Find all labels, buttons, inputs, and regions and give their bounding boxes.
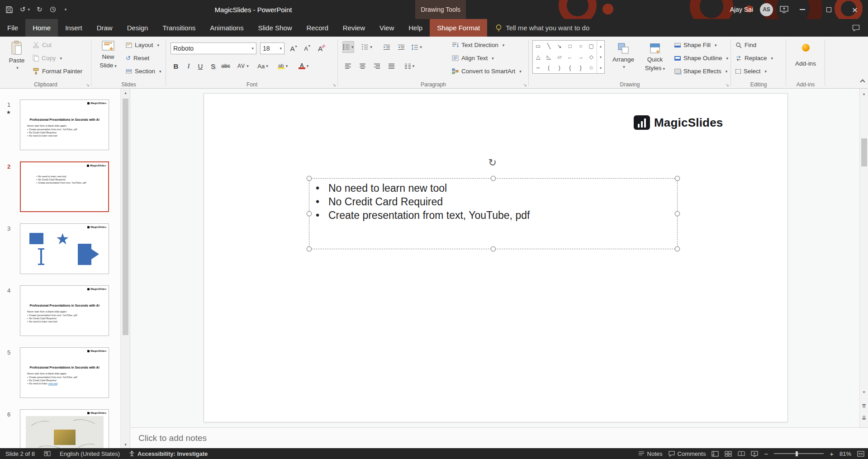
resize-handle-left[interactable]: [307, 211, 312, 216]
tell-me-box[interactable]: Tell me what you want to do: [495, 24, 589, 32]
layout-button[interactable]: Layout▾: [126, 39, 159, 51]
zoom-in-button[interactable]: +: [830, 450, 834, 458]
minimize-button[interactable]: [789, 0, 816, 19]
slide-thumbnail-2[interactable]: MagicSlides •No need to learn new tool •…: [20, 161, 109, 212]
resize-handle-bottom-center[interactable]: [491, 246, 496, 251]
canvas-scrollbar[interactable]: ▴ ▾ ⇈ ⇊: [859, 89, 868, 427]
tab-design[interactable]: Design: [120, 19, 156, 37]
bullets-button[interactable]: ▾: [342, 41, 354, 53]
quick-styles-button[interactable]: Quick Styles▾: [640, 42, 670, 72]
underline-button[interactable]: U: [195, 60, 206, 72]
increase-font-size-button[interactable]: A▴: [288, 43, 299, 54]
undo-button[interactable]: ↺▾: [20, 5, 30, 14]
shape-arrow-right-icon[interactable]: →: [575, 52, 586, 62]
shape-rectangle-icon[interactable]: □: [565, 41, 576, 52]
accessibility-status[interactable]: Accessibility: Investigate: [129, 450, 208, 457]
avatar[interactable]: AS: [760, 3, 773, 16]
shape-oval-icon[interactable]: ○: [575, 41, 586, 52]
scroll-down-arrow[interactable]: ▾: [860, 388, 868, 396]
previous-slide-button[interactable]: ⇈: [860, 402, 868, 411]
resize-handle-bottom-right[interactable]: [675, 246, 680, 251]
shape-right-triangle-icon[interactable]: ◺: [544, 52, 555, 62]
scroll-up-arrow[interactable]: ▴: [121, 89, 130, 96]
slide-thumbnail-5[interactable]: MagicSlides Professional Presentations i…: [20, 347, 109, 398]
normal-view-button[interactable]: [711, 451, 719, 457]
feedback-icon[interactable]: [852, 24, 860, 32]
shapes-gallery-more[interactable]: ▾: [597, 62, 604, 73]
tab-review[interactable]: Review: [336, 19, 372, 37]
section-button[interactable]: Section▾: [126, 65, 161, 77]
paste-button[interactable]: Paste ▾: [4, 40, 30, 71]
decrease-font-size-button[interactable]: A▾: [302, 43, 313, 54]
zoom-slider-thumb[interactable]: [796, 451, 798, 456]
notes-toggle-button[interactable]: Notes: [638, 450, 663, 457]
reading-view-button[interactable]: [738, 451, 745, 457]
resize-handle-right[interactable]: [675, 211, 680, 216]
increase-indent-button[interactable]: [396, 41, 407, 53]
slide-indicator[interactable]: Slide 2 of 8: [5, 450, 35, 457]
align-text-button[interactable]: Align Text▾: [452, 52, 494, 64]
present-icon[interactable]: [780, 6, 788, 13]
align-center-button[interactable]: [357, 60, 368, 72]
scroll-down-arrow[interactable]: ▾: [121, 440, 130, 448]
copy-button[interactable]: Copy▾: [33, 52, 62, 64]
italic-button[interactable]: I: [183, 60, 194, 72]
close-button[interactable]: ×: [842, 0, 868, 19]
tab-slide-show[interactable]: Slide Show: [251, 19, 299, 37]
maximize-button[interactable]: [816, 0, 842, 19]
convert-to-smartart-button[interactable]: Convert to SmartArt▾: [452, 65, 522, 77]
text-direction-button[interactable]: Text Direction▾: [452, 39, 504, 51]
shape-effects-button[interactable]: Shape Effects▾: [674, 65, 727, 77]
user-name[interactable]: Ajay Sai: [730, 6, 753, 13]
cut-button[interactable]: Cut: [33, 39, 52, 51]
select-button[interactable]: Select▾: [735, 65, 767, 77]
tab-shape-format[interactable]: Shape Format: [430, 19, 487, 37]
shape-right-brace-icon[interactable]: }: [575, 62, 586, 73]
font-name-combo[interactable]: Roboto▾: [171, 43, 256, 54]
tab-help[interactable]: Help: [401, 19, 430, 37]
fit-to-window-button[interactable]: [857, 451, 864, 457]
save-button[interactable]: [5, 6, 13, 14]
shapes-scroll-up[interactable]: ▴: [597, 41, 604, 52]
new-slide-button[interactable]: New Slide▾: [94, 40, 122, 69]
collapse-ribbon-button[interactable]: [861, 77, 864, 85]
shape-arrow-line-icon[interactable]: ↘: [554, 41, 565, 52]
slide-thumbnail-1[interactable]: MagicSlides Professional Presentations i…: [20, 99, 109, 150]
change-case-button[interactable]: Aa▾: [257, 60, 268, 72]
resize-handle-top-center[interactable]: [491, 176, 496, 181]
format-painter-button[interactable]: Format Painter: [33, 65, 82, 77]
slide-thumbnail-6[interactable]: MagicSlides: [20, 409, 109, 448]
resize-handle-top-left[interactable]: [307, 176, 312, 181]
bold-button[interactable]: B: [171, 60, 181, 72]
qat-customize-button[interactable]: ▾: [63, 7, 67, 12]
font-color-button[interactable]: A▾: [298, 60, 309, 72]
shape-left-bracket-icon[interactable]: (: [544, 62, 555, 73]
thumbnail-panel-scrollbar[interactable]: ▴ ▾: [120, 89, 130, 448]
shapes-scroll-down[interactable]: ▾: [597, 52, 604, 62]
spellcheck-icon[interactable]: [44, 450, 51, 457]
shape-parallelogram-icon[interactable]: ▱: [554, 52, 565, 62]
tab-transitions[interactable]: Transitions: [155, 19, 203, 37]
columns-button[interactable]: ▾: [404, 60, 415, 72]
shape-left-brace-icon[interactable]: {: [565, 62, 576, 73]
slide-thumbnail-3[interactable]: MagicSlides ★: [20, 223, 109, 274]
align-left-button[interactable]: [342, 60, 353, 72]
find-button[interactable]: Find: [735, 39, 756, 51]
touch-mouse-mode-button[interactable]: [49, 6, 57, 13]
tab-insert[interactable]: Insert: [58, 19, 90, 37]
strikethrough-button[interactable]: abc: [220, 60, 231, 72]
tab-file[interactable]: File: [0, 19, 25, 37]
scroll-up-arrow[interactable]: ▴: [860, 90, 868, 97]
slide-surface[interactable]: MagicSlides ↻ •No need to learn new tool…: [204, 93, 788, 422]
slide-show-view-button[interactable]: [751, 451, 758, 457]
resize-handle-bottom-left[interactable]: [307, 246, 312, 251]
rotate-handle[interactable]: ↻: [489, 157, 497, 169]
slide-sorter-view-button[interactable]: [725, 451, 732, 457]
shape-diamond-icon[interactable]: ◇: [586, 52, 597, 62]
next-slide-button[interactable]: ⇊: [860, 413, 868, 422]
decrease-indent-button[interactable]: [381, 41, 392, 53]
addins-button[interactable]: Add-ins: [786, 44, 825, 67]
selected-text-box[interactable]: ↻ •No need to learn new tool •No Credit …: [309, 178, 678, 249]
tab-record[interactable]: Record: [299, 19, 335, 37]
replace-button[interactable]: Replace▾: [735, 52, 773, 64]
